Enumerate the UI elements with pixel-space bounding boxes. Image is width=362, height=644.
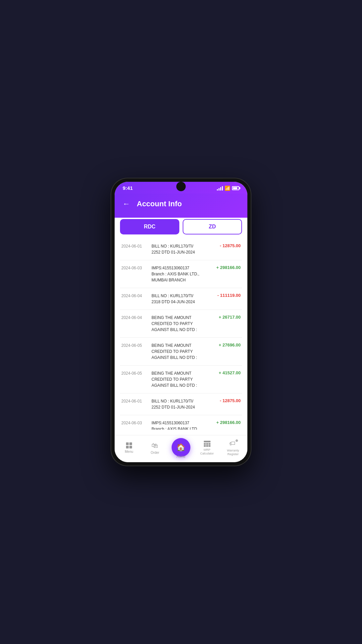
transaction-date: 2024-06-04 xyxy=(121,315,148,320)
transaction-date: 2024-06-05 xyxy=(121,342,148,348)
main-content: RDC ZD 2024-06-01BILL NO : KURL170/TI/ 2… xyxy=(115,218,247,435)
transaction-date: 2024-06-01 xyxy=(121,243,148,249)
nav-mrp[interactable]: MRP Calculator xyxy=(194,441,220,455)
camera-notch xyxy=(176,182,186,191)
menu-icon xyxy=(126,442,132,448)
header: ← Account Info xyxy=(115,194,247,218)
transaction-description: BILL NO : KURL170/TI/ 2252 DTD 01-JUN-20… xyxy=(152,243,210,255)
mrp-label: MRP Calculator xyxy=(200,448,214,455)
transaction-amount: - 111119.00 xyxy=(214,293,241,298)
transaction-date: 2024-06-04 xyxy=(121,293,148,298)
warranty-bag-icon: 🏷 xyxy=(229,440,235,447)
nav-menu[interactable]: Menu xyxy=(116,442,142,454)
order-label: Order xyxy=(151,451,160,455)
wifi-icon: 📶 xyxy=(225,185,230,191)
nav-order[interactable]: 🛍 Order xyxy=(142,442,168,455)
transaction-description: BILL NO : KURL170/TI/ 2252 DTD 01-JUN-20… xyxy=(152,398,210,410)
transaction-amount: - 12875.00 xyxy=(214,243,241,248)
transaction-item: 2024-06-04BEING THE AMOUNT CREDITED TO P… xyxy=(120,310,242,338)
nav-home: 🏠 Home xyxy=(168,438,194,458)
transaction-amount: + 27696.00 xyxy=(214,342,241,347)
tab-row: RDC ZD xyxy=(120,219,242,234)
transaction-item: 2024-06-05BEING THE AMOUNT CREDITED TO P… xyxy=(120,366,242,393)
transaction-description: BILL NO : KURL170/TI/ 2318 DTD 04-JUN-20… xyxy=(152,293,210,305)
transaction-date: 2024-06-01 xyxy=(121,398,148,404)
tab-zd[interactable]: ZD xyxy=(183,219,242,234)
transaction-date: 2024-06-03 xyxy=(121,420,148,425)
transaction-date: 2024-06-05 xyxy=(121,370,148,376)
transaction-item: 2024-06-01BILL NO : KURL170/TI/ 2252 DTD… xyxy=(120,393,242,415)
back-button[interactable]: ← xyxy=(121,198,131,210)
transaction-list: 2024-06-01BILL NO : KURL170/TI/ 2252 DTD… xyxy=(120,238,242,430)
transaction-item: 2024-06-04BILL NO : KURL170/TI/ 2318 DTD… xyxy=(120,288,242,310)
battery-icon xyxy=(232,186,239,190)
order-icon: 🛍 xyxy=(152,442,158,449)
menu-label: Menu xyxy=(125,450,133,454)
transaction-amount: - 12875.00 xyxy=(214,398,241,403)
status-time: 9:41 xyxy=(123,185,133,191)
transaction-description: BEING THE AMOUNT CREDITED TO PARTY AGAIN… xyxy=(152,370,210,388)
status-icons: 📶 xyxy=(217,185,239,191)
transaction-description: BEING THE AMOUNT CREDITED TO PARTY AGAIN… xyxy=(152,342,210,361)
warranty-icon-wrap: 🏷 ⊕ xyxy=(229,440,237,447)
transaction-amount: + 298166.00 xyxy=(214,265,241,270)
bottom-nav: Menu 🛍 Order 🏠 Home xyxy=(115,435,247,462)
signal-icon xyxy=(217,186,223,191)
transaction-item: 2024-06-03IMPS:415513060137 Branch : AXI… xyxy=(120,260,242,288)
transaction-item: 2024-06-03IMPS:415513060137 Branch : AXI… xyxy=(120,415,242,430)
transaction-item: 2024-06-05BEING THE AMOUNT CREDITED TO P… xyxy=(120,338,242,366)
transaction-amount: + 298166.00 xyxy=(214,420,241,425)
page-title: Account Info xyxy=(137,200,182,208)
transaction-description: BEING THE AMOUNT CREDITED TO PARTY AGAIN… xyxy=(152,315,210,333)
home-icon: 🏠 xyxy=(176,443,185,452)
warranty-plus-icon: ⊕ xyxy=(235,439,238,442)
nav-warranty[interactable]: 🏷 ⊕ Warranty Register xyxy=(220,440,246,456)
tab-rdc[interactable]: RDC xyxy=(120,219,179,234)
transaction-amount: + 41527.00 xyxy=(214,370,241,375)
transaction-amount: + 26717.00 xyxy=(214,315,241,320)
warranty-label: Warranty Register xyxy=(227,449,239,456)
transaction-description: IMPS:415513060137 Branch : AXIS BANK LTD… xyxy=(152,265,210,283)
content-card: RDC ZD 2024-06-01BILL NO : KURL170/TI/ 2… xyxy=(115,218,247,435)
mrp-calculator-icon xyxy=(204,441,210,447)
transaction-item: 2024-06-01BILL NO : KURL170/TI/ 2252 DTD… xyxy=(120,238,242,260)
transaction-description: IMPS:415513060137 Branch : AXIS BANK LTD… xyxy=(152,420,210,430)
phone-frame: 9:41 📶 ← Account Info xyxy=(111,178,251,466)
home-label: Home xyxy=(177,455,186,459)
transaction-date: 2024-06-03 xyxy=(121,265,148,270)
home-button[interactable]: 🏠 xyxy=(172,438,190,457)
phone-screen: 9:41 📶 ← Account Info xyxy=(115,182,247,462)
